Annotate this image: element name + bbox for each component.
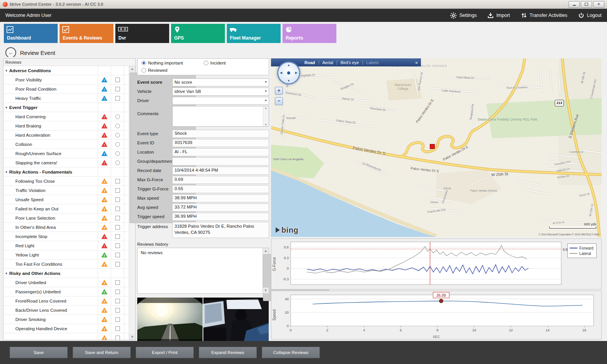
radio-icon[interactable] bbox=[141, 68, 146, 73]
review-item-row[interactable]: Poor Lane Selection3 bbox=[3, 213, 129, 223]
review-item-row[interactable]: Front/Road Lens Covered3 bbox=[3, 296, 129, 306]
review-item-row[interactable]: Hard Acceleration! bbox=[3, 131, 129, 140]
settings-button[interactable]: Settings bbox=[450, 12, 477, 19]
minimize-button[interactable] bbox=[569, 1, 580, 8]
event-score-select[interactable]: No score▼ bbox=[172, 78, 269, 86]
nav-tile-dvr[interactable]: Dvr bbox=[115, 24, 169, 43]
review-item-row[interactable]: Incomplete Stop! bbox=[3, 232, 129, 241]
review-radio[interactable] bbox=[115, 142, 120, 147]
zoom-in-button[interactable]: + bbox=[275, 87, 283, 95]
pan-up-icon[interactable]: ▲ bbox=[287, 63, 290, 67]
review-item-row[interactable]: Hard Cornering! bbox=[3, 112, 129, 121]
map-container[interactable]: EAST RANCHO PALOS VERDESMarymount Colleg… bbox=[271, 58, 602, 237]
nav-tile-fleet-manager[interactable]: Fleet Manager bbox=[227, 24, 281, 43]
cabin-camera-thumbnail[interactable] bbox=[203, 298, 269, 344]
review-item-row[interactable]: Driver Smoking3 bbox=[3, 315, 129, 324]
reviews-scrollbar[interactable]: ▲ ▼ bbox=[129, 66, 135, 340]
front-camera-thumbnail[interactable] bbox=[137, 298, 203, 344]
radio-icon[interactable] bbox=[141, 61, 146, 65]
review-item-row[interactable]: Yellow Light2 bbox=[3, 250, 129, 260]
nav-tile-gps[interactable]: GPS bbox=[171, 24, 225, 43]
scroll-down-icon[interactable]: ▼ bbox=[263, 288, 269, 293]
review-checkbox[interactable] bbox=[115, 317, 120, 322]
review-item-row[interactable]: Rough/Uneven Surface! bbox=[3, 149, 129, 158]
review-checkbox[interactable] bbox=[115, 308, 120, 313]
review-checkbox[interactable] bbox=[115, 326, 120, 331]
review-checkbox[interactable] bbox=[115, 262, 120, 266]
reviews-history-list[interactable]: No reviews ▲ ▼ bbox=[137, 248, 269, 294]
zoom-out-button[interactable]: − bbox=[275, 97, 283, 105]
pan-left-icon[interactable]: ◀ bbox=[280, 71, 282, 74]
logout-button[interactable]: Logout bbox=[578, 12, 602, 18]
map-tab-road[interactable]: Road bbox=[301, 60, 319, 65]
review-item-row[interactable]: 3 bbox=[3, 333, 129, 340]
review-checkbox[interactable] bbox=[115, 197, 120, 202]
scroll-down-icon[interactable]: ▼ bbox=[129, 334, 135, 340]
export-print-button[interactable]: Export / Print bbox=[136, 347, 194, 358]
expand-reviews-button[interactable]: Expand Reviews bbox=[199, 347, 257, 358]
pan-right-icon[interactable]: ▶ bbox=[295, 71, 298, 74]
event-location-marker[interactable] bbox=[430, 144, 435, 149]
review-checkbox[interactable] bbox=[115, 216, 120, 220]
nav-tile-events-reviews[interactable]: Events & Reviews bbox=[60, 24, 113, 43]
review-item-row[interactable]: Too Fast For Conditions3 bbox=[3, 260, 129, 269]
review-radio[interactable] bbox=[115, 133, 120, 137]
collapse-arrow-icon[interactable]: ▾ bbox=[3, 170, 9, 174]
back-button[interactable]: ← bbox=[5, 47, 16, 58]
map-tab-aerial[interactable]: Aerial bbox=[319, 60, 337, 65]
review-item-row[interactable]: Driver Unbelted3 bbox=[3, 278, 129, 287]
review-item-row[interactable]: Operating Handled Device3 bbox=[3, 324, 129, 333]
review-item-row[interactable]: Back/Driver Lens Covered3 bbox=[3, 306, 129, 315]
review-item-row[interactable]: Unsafe Speed3 bbox=[3, 195, 129, 204]
collapse-arrow-icon[interactable]: ▾ bbox=[3, 106, 9, 109]
review-group-row[interactable]: ▾Adverse Conditions bbox=[3, 66, 129, 75]
scroll-up-icon[interactable]: ▲ bbox=[263, 248, 269, 254]
map-collapse-button[interactable]: « bbox=[412, 60, 421, 65]
radio-incident[interactable]: Incident bbox=[204, 61, 226, 65]
review-checkbox[interactable] bbox=[115, 234, 120, 239]
review-item-row[interactable]: Poor Road Condition! bbox=[3, 84, 129, 94]
comments-scrollbar[interactable] bbox=[263, 106, 269, 126]
review-checkbox[interactable] bbox=[115, 225, 120, 230]
review-checkbox[interactable] bbox=[115, 280, 120, 285]
pan-down-icon[interactable]: ▼ bbox=[287, 79, 290, 83]
review-radio[interactable] bbox=[115, 114, 120, 119]
review-checkbox[interactable] bbox=[115, 253, 120, 257]
save-and-return-button[interactable]: Save and Return bbox=[73, 347, 131, 358]
review-item-row[interactable]: Traffic Violation3 bbox=[3, 186, 129, 195]
review-item-row[interactable]: Collision! bbox=[3, 140, 129, 149]
review-group-row[interactable]: ▾Event Trigger bbox=[3, 103, 129, 112]
review-item-row[interactable]: Following Too Close3 bbox=[3, 177, 129, 186]
review-item-row[interactable]: Passenger(s) Unbelted2 bbox=[3, 287, 129, 296]
collapse-arrow-icon[interactable]: ▾ bbox=[3, 271, 9, 275]
scroll-up-icon[interactable]: ▲ bbox=[129, 66, 135, 72]
transfer-activities-button[interactable]: Transfer Activities bbox=[521, 12, 567, 18]
review-radio[interactable] bbox=[115, 124, 120, 128]
review-checkbox[interactable] bbox=[115, 299, 120, 303]
driver-select[interactable]: ▼ bbox=[172, 97, 269, 105]
review-checkbox[interactable] bbox=[115, 188, 120, 193]
review-radio[interactable] bbox=[115, 151, 120, 156]
import-button[interactable]: Import bbox=[487, 12, 510, 18]
review-checkbox[interactable] bbox=[115, 336, 120, 340]
review-checkbox[interactable] bbox=[115, 87, 120, 91]
review-item-row[interactable]: Poor Visibility! bbox=[3, 75, 129, 84]
radio-icon[interactable] bbox=[204, 61, 208, 65]
compass-center[interactable] bbox=[287, 71, 290, 74]
review-item-row[interactable]: In Other's Blind Area3 bbox=[3, 223, 129, 232]
map-tab-birds-eye[interactable]: Bird's eye bbox=[337, 60, 363, 65]
radio-reviewed[interactable]: Reviewed bbox=[141, 68, 168, 73]
review-checkbox[interactable] bbox=[115, 243, 120, 248]
collapse-reviews-button[interactable]: Collapse Reviews bbox=[262, 347, 320, 358]
review-checkbox[interactable] bbox=[115, 96, 120, 101]
review-checkbox[interactable] bbox=[115, 78, 120, 82]
review-radio[interactable] bbox=[115, 160, 120, 165]
review-group-row[interactable]: ▾Risky and Other Actions bbox=[3, 269, 129, 278]
review-item-row[interactable]: Hard Braking! bbox=[3, 121, 129, 131]
nav-tile-reports[interactable]: Reports bbox=[283, 24, 336, 43]
review-item-row[interactable]: Failed to Keep an Out3 bbox=[3, 204, 129, 213]
vehicle-select[interactable]: idrive Van SB▼ bbox=[172, 88, 269, 96]
save-button[interactable]: Save bbox=[10, 347, 68, 358]
review-checkbox[interactable] bbox=[115, 290, 120, 294]
nav-tile-dashboard[interactable]: Dashboard bbox=[4, 24, 58, 43]
